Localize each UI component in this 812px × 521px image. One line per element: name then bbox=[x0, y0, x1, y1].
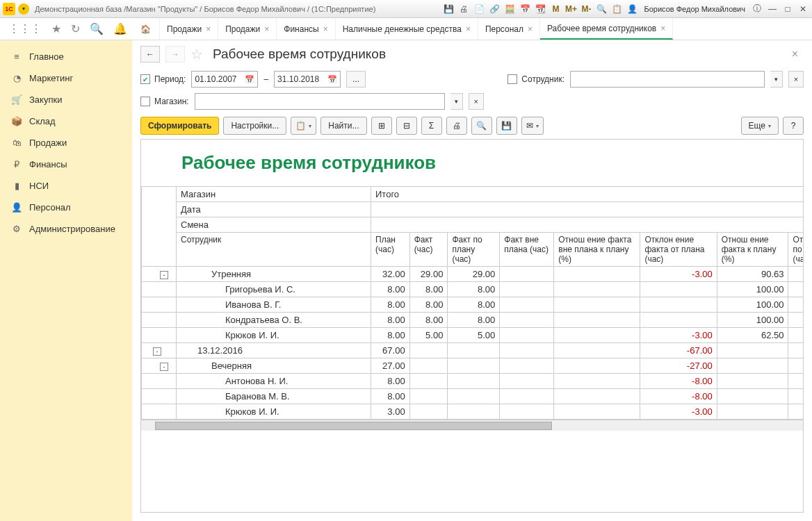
mem-mminus-icon[interactable]: M- bbox=[580, 3, 592, 15]
tab-3[interactable]: Наличные денежные средства× bbox=[336, 18, 478, 40]
system-dropdown-icon[interactable]: ▾ bbox=[18, 3, 29, 15]
save-report-button[interactable]: 💾 bbox=[496, 117, 517, 135]
print-icon[interactable]: 🖨 bbox=[457, 3, 470, 15]
close-icon[interactable]: × bbox=[206, 24, 211, 34]
tab-1[interactable]: Продажи× bbox=[218, 18, 277, 40]
calendar-icon[interactable]: 📅 bbox=[327, 75, 337, 84]
collapse-icon[interactable]: - bbox=[160, 271, 168, 279]
table-row[interactable]: Кондратьева О. В.8.008.008.00100.00100 bbox=[142, 313, 804, 328]
nav-forward-button[interactable]: → bbox=[165, 46, 185, 63]
search-icon[interactable]: 🔍 bbox=[90, 22, 104, 35]
sidebar-item-main[interactable]: ≡Главное bbox=[0, 46, 132, 67]
row-name: 13.12.2016 bbox=[177, 343, 371, 358]
sidebar-item-purchases[interactable]: 🛒Закупки bbox=[0, 89, 132, 110]
sidebar-item-warehouse[interactable]: 📦Склад bbox=[0, 110, 132, 132]
cell-value: 5.00 bbox=[448, 328, 500, 343]
clipboard-icon[interactable]: 📋 bbox=[610, 3, 623, 15]
minimize-icon[interactable]: — bbox=[766, 3, 779, 15]
preview-button[interactable]: 🔍 bbox=[471, 117, 492, 135]
sidebar-item-marketing[interactable]: ◔Маркетинг bbox=[0, 67, 132, 89]
favorite-icon[interactable]: ★ bbox=[51, 22, 61, 35]
table-row[interactable]: Иванова В. Г.8.008.008.00100.00100 bbox=[142, 297, 804, 313]
table-row[interactable]: Баранова М. В.8.00-8.00-8.00 bbox=[142, 389, 804, 404]
close-icon[interactable]: × bbox=[264, 24, 269, 34]
employee-dropdown[interactable]: ▾ bbox=[770, 71, 783, 88]
close-icon[interactable]: × bbox=[466, 24, 471, 34]
mem-mplus-icon[interactable]: M+ bbox=[565, 3, 577, 15]
date-from-input[interactable]: 01.10.2007📅 bbox=[191, 71, 258, 88]
tab-0[interactable]: Продажи× bbox=[160, 18, 218, 40]
sidebar-item-nsi[interactable]: ▮НСИ bbox=[0, 175, 132, 197]
info-icon[interactable]: ⓘ bbox=[751, 3, 763, 15]
employee-input[interactable] bbox=[570, 71, 765, 88]
tab-5[interactable]: Рабочее время сотрудников× bbox=[540, 18, 673, 40]
table-row[interactable]: -Утренняя32.0029.0029.00-3.0090.63-3.009… bbox=[142, 267, 804, 282]
close-page-icon[interactable]: × bbox=[786, 48, 804, 60]
period-checkbox[interactable]: ✔ bbox=[140, 74, 150, 84]
tab-2[interactable]: Финансы× bbox=[277, 18, 335, 40]
collapse-icon[interactable]: - bbox=[160, 363, 168, 371]
cell-value bbox=[788, 282, 804, 297]
tab-4[interactable]: Персонал× bbox=[478, 18, 540, 40]
find-button[interactable]: Найти... bbox=[320, 117, 366, 135]
favorite-toggle-icon[interactable]: ☆ bbox=[190, 46, 203, 63]
sidebar-item-finance[interactable]: ₽Финансы bbox=[0, 154, 132, 175]
history-icon[interactable]: ↻ bbox=[71, 22, 80, 35]
cell-value: -8.00 bbox=[640, 374, 717, 389]
table-row[interactable]: Григорьева И. С.8.008.008.00100.00100 bbox=[142, 282, 804, 297]
hdr-employee: Сотрудник bbox=[177, 233, 371, 267]
mem-m-icon[interactable]: M bbox=[549, 3, 562, 15]
close-icon[interactable]: × bbox=[528, 24, 533, 34]
generate-button[interactable]: Сформировать bbox=[140, 117, 219, 135]
variants-button[interactable]: 📋▾ bbox=[291, 117, 316, 135]
sidebar-item-personnel[interactable]: 👤Персонал bbox=[0, 197, 132, 218]
link-icon[interactable]: 🔗 bbox=[488, 3, 501, 15]
collapse-icon[interactable]: - bbox=[153, 347, 161, 356]
save-icon[interactable]: 💾 bbox=[442, 3, 455, 15]
maximize-icon[interactable]: □ bbox=[781, 3, 794, 15]
email-button[interactable]: ✉▾ bbox=[521, 117, 544, 135]
employee-checkbox[interactable] bbox=[508, 74, 517, 84]
table-row[interactable]: -13.12.201667.00-67.00-67.00 bbox=[142, 343, 804, 358]
calc-icon[interactable]: 🧮 bbox=[503, 3, 516, 15]
doc-icon[interactable]: 📄 bbox=[473, 3, 485, 15]
calendar-icon[interactable]: 📅 bbox=[245, 75, 254, 84]
sidebar-item-sales[interactable]: 🛍Продажи bbox=[0, 132, 132, 154]
close-window-icon[interactable]: ✕ bbox=[797, 3, 809, 15]
horizontal-scrollbar[interactable] bbox=[141, 420, 803, 431]
apps-icon[interactable]: ⋮⋮⋮ bbox=[8, 22, 42, 35]
row-name: Баранова М. В. bbox=[177, 389, 371, 404]
collapse-button[interactable]: ⊟ bbox=[396, 117, 417, 135]
hdr-total: Итого bbox=[371, 187, 804, 202]
zoom-icon[interactable]: 🔍 bbox=[595, 3, 608, 15]
table-row[interactable]: Крюков И. И.8.005.005.00-3.0062.50-3.006… bbox=[142, 328, 804, 343]
close-icon[interactable]: × bbox=[660, 24, 665, 33]
store-dropdown[interactable]: ▾ bbox=[450, 93, 463, 110]
help-button[interactable]: ? bbox=[783, 117, 804, 135]
date-icon[interactable]: 📆 bbox=[534, 3, 546, 15]
tab-home[interactable]: 🏠 bbox=[132, 18, 160, 40]
settings-button[interactable]: Настройки... bbox=[223, 117, 286, 135]
date-to-input[interactable]: 31.10.2018📅 bbox=[274, 71, 341, 88]
more-button[interactable]: Еще▾ bbox=[741, 117, 779, 135]
table-row[interactable]: Антонова Н. И.8.00-8.00-8.00 bbox=[142, 374, 804, 389]
close-icon[interactable]: × bbox=[323, 24, 328, 34]
period-more-button[interactable]: ... bbox=[346, 71, 366, 88]
store-checkbox[interactable] bbox=[140, 97, 150, 106]
print-button[interactable]: 🖨 bbox=[446, 117, 467, 135]
expand-button[interactable]: ⊞ bbox=[371, 117, 392, 135]
sum-button[interactable]: Σ bbox=[421, 117, 442, 135]
store-clear-button[interactable]: × bbox=[469, 93, 484, 110]
sidebar-item-admin[interactable]: ⚙Администрирование bbox=[0, 218, 132, 240]
employee-clear-button[interactable]: × bbox=[788, 71, 804, 88]
table-row[interactable]: -Вечерняя27.00-27.00-27.00 bbox=[142, 358, 804, 374]
table-row[interactable]: Крюков И. И.3.00-3.00-3.00 bbox=[142, 404, 804, 420]
content: ← → ☆ Рабочее время сотрудников × ✔ Пери… bbox=[132, 40, 812, 521]
cell-value bbox=[409, 358, 448, 374]
notifications-icon[interactable]: 🔔 bbox=[113, 22, 127, 35]
store-input[interactable] bbox=[195, 93, 445, 110]
nav-back-button[interactable]: ← bbox=[140, 46, 160, 63]
employee-label: Сотрудник: bbox=[521, 74, 565, 84]
calendar-icon[interactable]: 📅 bbox=[519, 3, 531, 15]
report-area[interactable]: Рабочее время сотрудников Магазин Итого … bbox=[140, 139, 804, 513]
